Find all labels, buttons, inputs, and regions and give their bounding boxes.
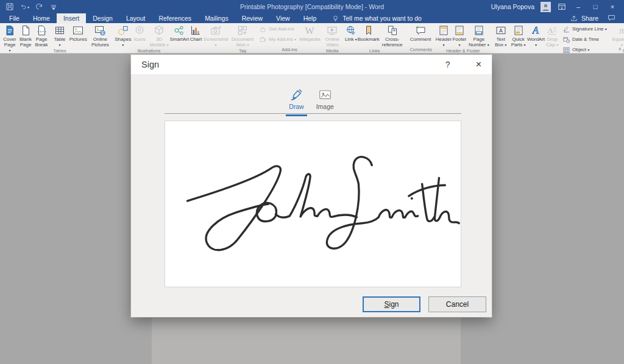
footer-button[interactable]: Footer ▾ xyxy=(452,24,467,48)
group-label: Links xyxy=(343,48,406,54)
bookmark-button[interactable]: Bookmark xyxy=(359,24,378,43)
ribbon-tab-review[interactable]: Review xyxy=(235,13,269,23)
minimize-button[interactable]: – xyxy=(573,3,584,10)
share-label: Share xyxy=(581,15,598,22)
equation-icon: π xyxy=(615,24,624,37)
ribbon-group-illustrations: PicturesOnline PicturesShapes ▾Icons3D M… xyxy=(69,24,229,53)
quick-access-toolbar: ▾ xyxy=(0,2,58,12)
chart-button[interactable]: Chart xyxy=(188,24,204,43)
shapes-icon xyxy=(117,24,129,37)
chart-icon xyxy=(190,24,202,37)
ribbon-group-media: Online VideoMedia xyxy=(324,24,341,53)
comment-button[interactable]: Comment xyxy=(409,24,433,43)
link-icon xyxy=(345,24,357,37)
comments-icon[interactable] xyxy=(607,13,617,23)
share-button[interactable]: Share xyxy=(569,13,598,23)
redo-button[interactable] xyxy=(34,2,44,12)
document-item-icon xyxy=(236,24,249,37)
text-box-button[interactable]: Text Box ▾ xyxy=(493,24,509,48)
collapse-ribbon-icon[interactable]: ∧ xyxy=(618,46,622,52)
ribbon-group-add-ins: Get Add-insMy Add-ins ▾WWikipediaAdd-ins xyxy=(257,24,322,53)
pictures-icon xyxy=(72,24,84,37)
cover-page-icon xyxy=(4,24,16,37)
link-button[interactable]: Link ▾ xyxy=(343,24,359,43)
3d-models-button: 3D Models ▾ xyxy=(147,24,171,48)
ribbon-tab-layout[interactable]: Layout xyxy=(119,13,152,23)
dialog-tab-image[interactable]: Image xyxy=(314,88,336,115)
ribbon-tab-insert[interactable]: Insert xyxy=(57,13,86,23)
ribbon-tabs: FileHomeInsertDesignLayoutReferencesMail… xyxy=(0,13,323,23)
ribbon-group-header-footer: Header ▾Footer ▾Page Number ▾Header & Fo… xyxy=(435,24,491,53)
ribbon-group-comments: CommentComments xyxy=(408,24,434,53)
shapes-button[interactable]: Shapes ▾ xyxy=(114,24,132,48)
ribbon-tab-mailings[interactable]: Mailings xyxy=(198,13,235,23)
blank-page-icon xyxy=(20,24,32,37)
cancel-button[interactable]: Cancel xyxy=(428,296,486,312)
word-application-window: ▾ Printable Photography [Compatibility M… xyxy=(0,0,624,364)
quick-parts-icon xyxy=(512,24,525,37)
header-button[interactable]: Header ▾ xyxy=(436,24,452,48)
signature-drawing xyxy=(165,121,461,287)
page-number-icon xyxy=(473,24,485,37)
dialog-close-button[interactable]: × xyxy=(476,59,481,70)
drop-cap-icon: A xyxy=(546,24,558,37)
ribbon-tab-strip: FileHomeInsertDesignLayoutReferencesMail… xyxy=(0,13,624,23)
cross-reference-button[interactable]: Cross-reference xyxy=(378,24,406,48)
my-addins-icon xyxy=(259,36,267,44)
blank-page-button[interactable]: Blank Page xyxy=(18,24,34,48)
page-number-button[interactable]: Page Number ▾ xyxy=(467,24,491,48)
dialog-title: Sign xyxy=(141,60,159,69)
ribbon-tab-references[interactable]: References xyxy=(152,13,198,23)
signature-line-button[interactable]: Signature Line ▾ xyxy=(561,25,609,34)
object-button[interactable]: Object ▾ xyxy=(561,46,609,54)
page-break-button[interactable]: Page Break xyxy=(34,24,49,48)
maximize-button[interactable]: □ xyxy=(590,3,601,10)
group-label: Illustrations xyxy=(70,48,228,54)
store-icon xyxy=(259,26,267,33)
document-item-button: Document Item ▾ xyxy=(230,24,255,48)
page-break-icon xyxy=(35,24,48,37)
wordart-button[interactable]: AWordArt ▾ xyxy=(528,24,544,48)
document-area: Sign ? × DrawImage xyxy=(0,54,624,364)
undo-button[interactable]: ▾ xyxy=(20,2,29,12)
group-label: Comments xyxy=(409,47,433,53)
equation-button: πEquation ▾ xyxy=(611,24,624,48)
table-button[interactable]: Table ▾ xyxy=(52,24,68,48)
ribbon-group-links: Link ▾BookmarkCross-referenceLinks xyxy=(342,24,407,53)
sign-button[interactable]: Sign xyxy=(363,296,420,312)
close-button[interactable]: × xyxy=(607,3,618,10)
save-button[interactable] xyxy=(5,2,15,12)
user-avatar[interactable] xyxy=(541,2,551,12)
get-add-ins-button: Get Add-ins xyxy=(257,25,298,34)
cross-reference-icon xyxy=(386,24,399,37)
dialog-tab-draw[interactable]: Draw xyxy=(287,88,306,115)
customize-qat-button[interactable] xyxy=(49,2,58,12)
ribbon-tab-view[interactable]: View xyxy=(269,13,297,23)
ribbon-tab-design[interactable]: Design xyxy=(86,13,119,23)
my-add-ins-button: My Add-ins ▾ xyxy=(257,35,298,44)
user-name: Ulyana Popova xyxy=(491,3,534,10)
quick-parts-button[interactable]: Quick Parts ▾ xyxy=(509,24,528,48)
wikipedia-icon: W xyxy=(303,24,316,37)
drop-cap-button: ADrop Cap ▾ xyxy=(544,24,560,48)
cover-page-button[interactable]: Cover Page ▾ xyxy=(2,24,18,54)
ribbon-tab-file[interactable]: File xyxy=(2,13,26,23)
ribbon-tab-home[interactable]: Home xyxy=(26,13,57,23)
group-label: Tables xyxy=(52,48,68,54)
signature-canvas[interactable] xyxy=(165,121,461,287)
tell-me-search[interactable]: Tell me what you want to do xyxy=(332,13,422,23)
pictures-button[interactable]: Pictures xyxy=(70,24,86,43)
date-time-button[interactable]: Date & Time xyxy=(561,35,609,44)
group-label: Media xyxy=(324,48,341,54)
bookmark-icon xyxy=(363,24,375,37)
svg-text:A: A xyxy=(548,26,554,35)
title-bar: ▾ Printable Photography [Compatibility M… xyxy=(0,0,624,13)
svg-text:π: π xyxy=(620,26,624,35)
ribbon-tab-help[interactable]: Help xyxy=(297,13,324,23)
ribbon-display-options-button[interactable] xyxy=(557,2,567,12)
online-pictures-button[interactable]: Online Pictures xyxy=(86,24,114,48)
text-box-icon xyxy=(495,24,507,37)
dialog-help-button[interactable]: ? xyxy=(445,60,450,69)
group-label: Add-ins xyxy=(257,47,322,53)
smartart-button[interactable]: SmartArt xyxy=(171,24,188,43)
